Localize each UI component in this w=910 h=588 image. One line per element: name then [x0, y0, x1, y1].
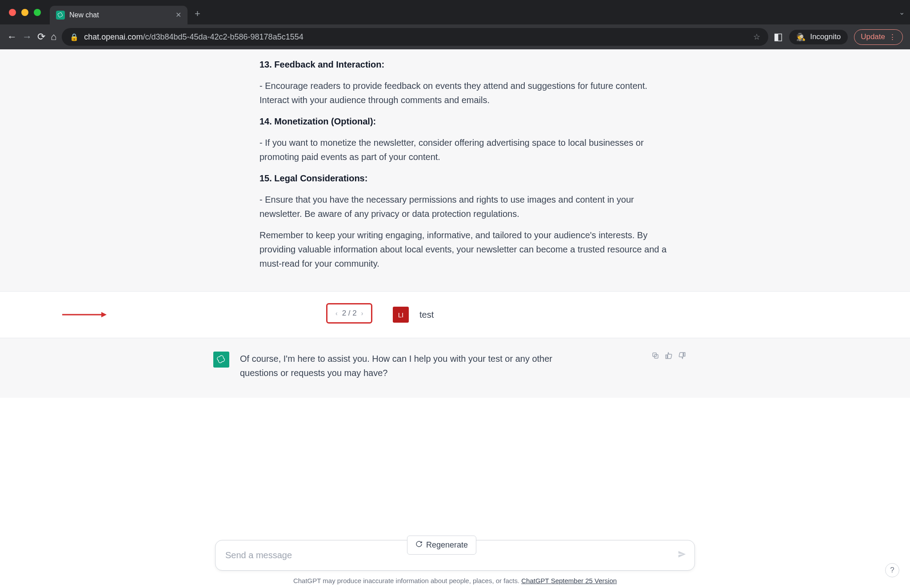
version-link[interactable]: ChatGPT September 25 Version: [521, 577, 617, 584]
url-path: /c/d3b84bd5-45da-42c2-b586-98178a5c1554: [143, 32, 303, 41]
disclaimer-prefix: ChatGPT may produce inaccurate informati…: [293, 577, 521, 584]
section-13-body: - Encourage readers to provide feedback …: [259, 79, 675, 107]
avatar-initials: LI: [398, 311, 404, 319]
assistant-message-text: Of course, I'm here to assist you. How c…: [240, 352, 569, 380]
composer-area: Regenerate Send a message ChatGPT may pr…: [0, 519, 910, 588]
regenerate-icon: [415, 540, 423, 550]
send-button[interactable]: [677, 549, 687, 562]
section-14-body: - If you want to monetize the newsletter…: [259, 136, 675, 164]
lock-icon: 🔒: [70, 33, 79, 41]
pager-count: 2 / 2: [342, 309, 357, 318]
thumbs-down-icon[interactable]: [678, 352, 686, 362]
side-panel-icon[interactable]: ◧: [774, 31, 783, 43]
incognito-chip[interactable]: 🕵️ Incognito: [789, 30, 848, 44]
browser-toolbar: ← → ⟳ ⌂ 🔒 chat.openai.com/c/d3b84bd5-45d…: [0, 24, 910, 49]
window-maximize-icon[interactable]: [34, 9, 41, 16]
update-label: Update: [861, 32, 885, 41]
closing-paragraph: Remember to keep your writing engaging, …: [259, 228, 675, 271]
user-avatar: LI: [393, 307, 409, 323]
regenerate-label: Regenerate: [426, 540, 468, 550]
input-placeholder: Send a message: [225, 550, 292, 560]
chatgpt-avatar-icon: [213, 352, 229, 368]
help-button[interactable]: ?: [885, 563, 899, 577]
pager-next-icon[interactable]: ›: [361, 310, 363, 317]
url-host: chat.openai.com: [84, 32, 143, 41]
incognito-label: Incognito: [810, 32, 841, 41]
regenerate-button[interactable]: Regenerate: [407, 536, 476, 555]
section-13-title: 13. Feedback and Interaction:: [259, 60, 384, 69]
disclaimer-text: ChatGPT may produce inaccurate informati…: [0, 577, 910, 584]
annotation-arrow-icon: [62, 312, 107, 318]
assistant-message: Of course, I'm here to assist you. How c…: [0, 338, 910, 398]
chatgpt-favicon-icon: [56, 11, 65, 20]
window-controls: [9, 9, 41, 16]
tab-close-icon[interactable]: ✕: [176, 11, 181, 19]
new-tab-button[interactable]: +: [195, 8, 200, 20]
back-button[interactable]: ←: [7, 31, 17, 43]
bookmark-star-icon[interactable]: ☆: [753, 32, 760, 42]
assistant-message-prev: 13. Feedback and Interaction: - Encourag…: [0, 49, 910, 291]
window-close-icon[interactable]: [9, 9, 16, 16]
pager-prev-icon[interactable]: ‹: [335, 310, 338, 317]
message-actions: [651, 352, 686, 362]
home-button[interactable]: ⌂: [51, 31, 56, 43]
incognito-icon: 🕵️: [796, 32, 806, 42]
message-pager: ‹ 2 / 2 ›: [326, 303, 372, 324]
user-message-text: test: [419, 310, 434, 320]
forward-button[interactable]: →: [22, 31, 32, 43]
browser-tab[interactable]: New chat ✕: [50, 6, 188, 24]
thumbs-up-icon[interactable]: [665, 352, 673, 362]
window-minimize-icon[interactable]: [21, 9, 28, 16]
kebab-menu-icon: ⋮: [889, 32, 896, 42]
reload-button[interactable]: ⟳: [37, 31, 45, 43]
update-chip[interactable]: Update ⋮: [854, 29, 903, 45]
address-bar[interactable]: 🔒 chat.openai.com/c/d3b84bd5-45da-42c2-b…: [62, 28, 768, 46]
user-message: ‹ 2 / 2 › LI test: [0, 291, 910, 338]
tab-title: New chat: [69, 11, 99, 19]
page-body: 13. Feedback and Interaction: - Encourag…: [0, 49, 910, 588]
section-15-title: 15. Legal Considerations:: [259, 173, 367, 183]
section-15-body: - Ensure that you have the necessary per…: [259, 192, 675, 221]
tab-overflow-icon[interactable]: ⌄: [899, 8, 905, 16]
section-14-title: 14. Monetization (Optional):: [259, 116, 376, 126]
browser-tab-strip: New chat ✕ + ⌄: [0, 0, 910, 24]
copy-icon[interactable]: [651, 352, 659, 362]
svg-marker-3: [101, 312, 107, 317]
